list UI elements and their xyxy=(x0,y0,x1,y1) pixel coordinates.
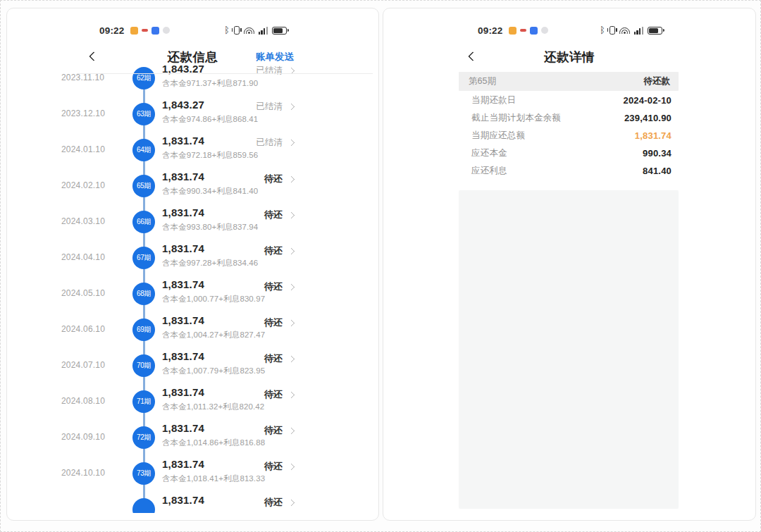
chevron-right-icon xyxy=(288,319,295,326)
principal-interest-breakdown: 含本金1,014.86+利息816.88 xyxy=(162,438,265,448)
detail-value: 1,831.74 xyxy=(635,130,672,141)
row-status: 待还 xyxy=(264,173,294,185)
status-label: 待还 xyxy=(264,424,283,437)
due-date-label: 2024.02.10 xyxy=(61,180,105,190)
period-badge: 68期 xyxy=(132,283,155,305)
row-status: 已结清 xyxy=(256,137,295,149)
chevron-right-icon xyxy=(288,140,295,147)
due-date-label: 2024.03.10 xyxy=(61,216,105,226)
chevron-right-icon xyxy=(288,104,295,111)
timeline-row[interactable]: 2024.04.1067期1,831.74含本金997.28+利息834.46待… xyxy=(7,240,378,276)
status-time: 09:22 xyxy=(99,25,125,36)
period-badge: 71期 xyxy=(132,390,155,413)
status-time: 09:22 xyxy=(478,25,503,36)
principal-interest-breakdown: 含本金1,007.79+利息823.95 xyxy=(162,366,265,376)
principal-interest-breakdown: 含本金1,011.32+利息820.42 xyxy=(162,402,264,412)
period-badge: 65期 xyxy=(132,175,155,197)
chevron-right-icon xyxy=(288,283,295,290)
detail-row: 应还利息841.40 xyxy=(471,162,672,180)
send-bill-link[interactable]: 账单发送 xyxy=(256,48,294,66)
detail-value: 841.40 xyxy=(643,166,672,176)
installment-amount: 1,831.74 xyxy=(162,458,204,470)
row-status: 待还 xyxy=(264,424,294,437)
repayment-detail-screen: 09:22 ᛒ 还款详情 第65期 待还款 当期还款日2024-02-10截止当… xyxy=(383,8,756,521)
detail-label: 当期还款日 xyxy=(471,94,516,106)
timeline-row[interactable]: 2024.10.1073期1,831.74含本金1,018.41+利息813.3… xyxy=(7,456,378,492)
battery-icon xyxy=(648,27,662,35)
status-label: 待还 xyxy=(264,280,283,293)
timeline-row[interactable]: 2024.06.1069期1,831.74含本金1,004.27+利息827.4… xyxy=(7,312,378,348)
bluetooth-icon: ᛒ xyxy=(224,26,230,35)
principal-interest-breakdown: 含本金1,000.77+利息830.97 xyxy=(162,294,265,304)
row-status: 待还 xyxy=(264,316,294,329)
period-status-badge: 待还款 xyxy=(644,75,671,87)
row-status: 待还 xyxy=(264,388,294,401)
detail-row: 截止当期计划本金余额239,410.90 xyxy=(471,109,672,127)
red-app-icon xyxy=(520,29,526,32)
timeline-row[interactable]: 1,831.74待还 xyxy=(7,492,378,513)
installment-amount: 1,831.74 xyxy=(162,206,204,218)
row-status: 待还 xyxy=(264,460,294,473)
period-badge: 69期 xyxy=(132,318,155,341)
blue-app-icon xyxy=(530,27,538,35)
period-summary-bar: 第65期 待还款 xyxy=(459,72,679,91)
row-status: 待还 xyxy=(264,352,294,365)
principal-interest-breakdown: 含本金972.18+利息859.56 xyxy=(162,150,258,161)
status-label: 待还 xyxy=(264,496,283,509)
due-date-label: 2024.10.10 xyxy=(61,468,105,478)
period-badge xyxy=(132,498,155,513)
status-label: 待还 xyxy=(264,245,283,257)
page-title: 还款详情 xyxy=(383,48,755,66)
installment-amount: 1,831.74 xyxy=(162,386,204,398)
principal-interest-breakdown: 含本金990.34+利息841.40 xyxy=(162,186,258,197)
installment-amount: 1,831.74 xyxy=(162,171,204,183)
detail-label: 应还利息 xyxy=(471,165,507,177)
chevron-right-icon xyxy=(288,355,295,362)
timeline-row[interactable]: 2023.12.1063期1,843.27含本金974.86+利息868.41已… xyxy=(7,97,378,132)
period-badge: 67期 xyxy=(132,247,155,269)
header-divider xyxy=(77,73,373,74)
timeline-scroll-area[interactable]: 2023.11.1062期1,843.27含本金971.37+利息871.90已… xyxy=(7,8,378,513)
page-title: 还款信息 xyxy=(7,48,378,66)
installment-amount: 1,831.74 xyxy=(162,494,204,506)
detail-row: 当期应还总额1,831.74 xyxy=(471,127,672,144)
chevron-right-icon xyxy=(288,499,295,506)
timeline-row[interactable]: 2024.07.1070期1,831.74含本金1,007.79+利息823.9… xyxy=(7,348,378,384)
due-date-label: 2024.08.10 xyxy=(61,396,105,406)
installment-amount: 1,831.74 xyxy=(162,350,204,362)
timeline-row[interactable]: 2024.02.1065期1,831.74含本金990.34+利息841.40待… xyxy=(7,168,378,204)
vibrate-icon xyxy=(234,26,240,35)
chevron-right-icon xyxy=(288,175,295,183)
red-app-icon xyxy=(142,29,148,32)
installment-amount: 1,831.74 xyxy=(162,242,204,254)
principal-interest-breakdown: 含本金1,004.27+利息827.47 xyxy=(162,330,265,340)
timeline-row[interactable]: 2024.03.1066期1,831.74含本金993.80+利息837.94待… xyxy=(7,204,378,240)
due-date-label: 2024.01.10 xyxy=(61,144,105,154)
timeline-row[interactable]: 2024.08.1071期1,831.74含本金1,011.32+利息820.4… xyxy=(7,384,378,420)
status-label: 待还 xyxy=(264,460,283,473)
due-date-label: 2024.04.10 xyxy=(61,252,105,262)
installment-amount: 1,831.74 xyxy=(162,314,204,326)
timeline-row[interactable]: 2024.01.1064期1,831.74含本金972.18+利息859.56已… xyxy=(7,132,378,168)
battery-icon xyxy=(272,27,287,35)
screenshot-canvas: 2023.11.1062期1,843.27含本金971.37+利息871.90已… xyxy=(0,0,761,532)
installment-amount: 1,831.74 xyxy=(162,135,204,147)
timeline-row[interactable]: 2024.05.1068期1,831.74含本金1,000.77+利息830.9… xyxy=(7,276,378,312)
blue-app-icon xyxy=(151,27,159,35)
status-label: 已结清 xyxy=(256,137,283,149)
due-date-label: 2024.06.10 xyxy=(61,324,105,334)
status-label: 待还 xyxy=(264,352,283,365)
chevron-right-icon xyxy=(288,391,295,398)
due-date-label: 2024.05.10 xyxy=(61,288,105,298)
principal-interest-breakdown: 含本金974.86+利息868.41 xyxy=(162,114,258,125)
signal-icon xyxy=(259,27,268,35)
detail-value: 2024-02-10 xyxy=(624,95,672,106)
nav-header: 还款详情 xyxy=(383,48,755,66)
due-date-label: 2023.12.10 xyxy=(61,109,105,118)
detail-row: 当期还款日2024-02-10 xyxy=(471,92,672,109)
nav-header: 还款信息 账单发送 xyxy=(7,48,378,66)
timeline-row[interactable]: 2024.09.1072期1,831.74含本金1,014.86+利息816.8… xyxy=(7,420,378,456)
period-badge: 62期 xyxy=(132,67,155,89)
detail-label: 当期应还总额 xyxy=(471,130,525,142)
bluetooth-icon: ᛒ xyxy=(600,26,605,35)
